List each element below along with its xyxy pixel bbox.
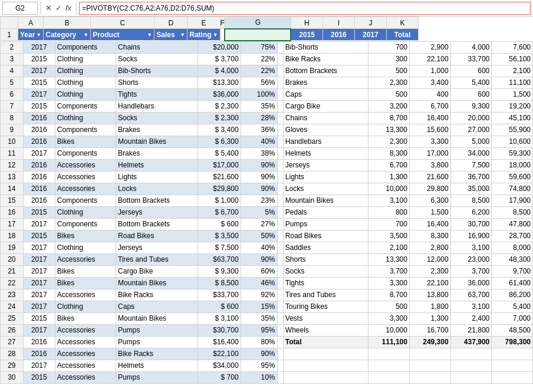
cell-data[interactable]: Components bbox=[55, 100, 116, 112]
cell-data[interactable]: Brakes bbox=[116, 124, 198, 136]
cell-data[interactable]: 50% bbox=[241, 230, 277, 242]
cell-data[interactable]: 90% bbox=[241, 348, 277, 360]
cell-data[interactable]: 40% bbox=[241, 136, 277, 147]
cell-data[interactable]: 60% bbox=[241, 265, 277, 277]
cell-data[interactable]: Accessories bbox=[55, 289, 116, 301]
cell-data[interactable]: Jerseys bbox=[116, 242, 198, 253]
cell-data[interactable]: 2016 bbox=[23, 171, 55, 183]
col-sales-header[interactable]: Sales ▼ bbox=[154, 29, 187, 41]
cell-data[interactable]: 2015 bbox=[23, 77, 55, 88]
cell-data[interactable]: 2015 bbox=[23, 206, 55, 218]
cell-data[interactable]: 5% bbox=[241, 206, 277, 218]
cell-data[interactable]: Accessories bbox=[55, 348, 116, 360]
cell-data[interactable]: 27% bbox=[241, 218, 277, 230]
cell-data[interactable]: Accessories bbox=[55, 324, 116, 336]
cell-data[interactable]: Jerseys bbox=[116, 206, 198, 218]
cell-data[interactable]: $ 6,300 bbox=[198, 136, 241, 147]
cell-data[interactable]: $ 700 bbox=[198, 371, 241, 383]
col-d-header[interactable]: D bbox=[154, 17, 187, 29]
cell-data[interactable]: $ 9,300 bbox=[198, 265, 241, 277]
cell-data[interactable]: $34,000 bbox=[198, 360, 241, 371]
cell-data[interactable]: 2017 bbox=[23, 360, 55, 371]
cell-data[interactable]: Mountain Bikes bbox=[116, 312, 198, 324]
cell-data[interactable]: 95% bbox=[241, 360, 277, 371]
col-b-header[interactable]: B bbox=[44, 17, 91, 29]
cell-data[interactable]: 56% bbox=[241, 77, 277, 88]
cell-data[interactable]: Components bbox=[55, 195, 116, 206]
cell-data[interactable]: 90% bbox=[241, 183, 277, 195]
product-filter-icon[interactable]: ▼ bbox=[147, 32, 152, 38]
cell-data[interactable]: Chains bbox=[116, 41, 198, 53]
col-rating-header[interactable]: Rating ▼ bbox=[187, 29, 220, 41]
cell-data[interactable]: 2016 bbox=[23, 136, 55, 147]
cell-data[interactable]: 2017 bbox=[23, 265, 55, 277]
cell-data[interactable]: 100% bbox=[241, 88, 277, 100]
cell-data[interactable]: Components bbox=[55, 41, 116, 53]
cell-data[interactable]: 40% bbox=[241, 242, 277, 253]
col-product-header[interactable]: Product ▼ bbox=[91, 29, 154, 41]
name-box[interactable] bbox=[2, 2, 38, 15]
col-f-header[interactable]: F bbox=[220, 17, 225, 29]
cell-data[interactable]: 2015 bbox=[23, 230, 55, 242]
cell-data[interactable]: 80% bbox=[241, 336, 277, 348]
cell-data[interactable]: Bikes bbox=[55, 312, 116, 324]
col-category-header[interactable]: Category ▼ bbox=[44, 29, 91, 41]
col-c-header[interactable]: C bbox=[91, 17, 154, 29]
cell-data[interactable]: Helmets bbox=[116, 360, 198, 371]
cell-data[interactable]: Clothing bbox=[55, 242, 116, 253]
cell-data[interactable]: Mountain Bikes bbox=[116, 136, 198, 147]
cell-data[interactable]: Clothing bbox=[55, 206, 116, 218]
cell-data[interactable]: Handlebars bbox=[116, 100, 198, 112]
cell-data[interactable]: 22% bbox=[241, 65, 277, 77]
cell-data[interactable]: 38% bbox=[241, 147, 277, 159]
cell-data[interactable]: Lights bbox=[116, 171, 198, 183]
confirm-icon[interactable]: ✓ bbox=[55, 4, 62, 12]
cell-data[interactable]: Bikes bbox=[55, 136, 116, 147]
cell-data[interactable]: Mountain Bikes bbox=[116, 277, 198, 289]
cell-data[interactable]: $ 1,000 bbox=[198, 195, 241, 206]
cell-data[interactable]: 2017 bbox=[23, 218, 55, 230]
formula-input[interactable] bbox=[79, 2, 531, 15]
cell-data[interactable]: Clothing bbox=[55, 53, 116, 65]
cell-data[interactable]: Accessories bbox=[55, 171, 116, 183]
cell-data[interactable]: Components bbox=[55, 124, 116, 136]
col-k-header[interactable]: K bbox=[386, 17, 418, 29]
cell-data[interactable]: $ 2,300 bbox=[198, 100, 241, 112]
cell-data[interactable]: Socks bbox=[116, 112, 198, 124]
category-filter-icon[interactable]: ▼ bbox=[83, 32, 88, 38]
cell-data[interactable]: $ 2,300 bbox=[198, 112, 241, 124]
cell-data[interactable]: $ 600 bbox=[198, 218, 241, 230]
cell-data[interactable]: 2017 bbox=[23, 301, 55, 312]
cell-data[interactable]: $13,300 bbox=[198, 77, 241, 88]
cell-data[interactable]: 2016 bbox=[23, 348, 55, 360]
cell-g1[interactable] bbox=[225, 29, 291, 41]
cell-data[interactable]: $29,800 bbox=[198, 183, 241, 195]
cell-data[interactable]: $ 3,500 bbox=[198, 230, 241, 242]
cell-data[interactable]: Clothing bbox=[55, 301, 116, 312]
cell-data[interactable]: Bikes bbox=[55, 277, 116, 289]
cell-data[interactable]: 92% bbox=[241, 289, 277, 301]
cell-data[interactable]: Brakes bbox=[116, 147, 198, 159]
cell-data[interactable]: Bib-Shorts bbox=[116, 65, 198, 77]
cell-data[interactable]: 15% bbox=[241, 301, 277, 312]
cell-data[interactable]: 2015 bbox=[23, 371, 55, 383]
cell-data[interactable]: Accessories bbox=[55, 371, 116, 383]
cell-data[interactable]: 90% bbox=[241, 159, 277, 171]
cell-data[interactable]: $22,100 bbox=[198, 348, 241, 360]
cell-data[interactable]: 2015 bbox=[23, 53, 55, 65]
cell-data[interactable]: $21,600 bbox=[198, 171, 241, 183]
cell-data[interactable]: 46% bbox=[241, 277, 277, 289]
rating-filter-icon[interactable]: ▼ bbox=[213, 32, 218, 38]
cell-data[interactable]: $ 5,400 bbox=[198, 147, 241, 159]
cell-data[interactable]: 2017 bbox=[23, 289, 55, 301]
cell-data[interactable]: $ 8,500 bbox=[198, 277, 241, 289]
col-j-header[interactable]: J bbox=[354, 17, 386, 29]
cell-data[interactable]: Accessories bbox=[55, 183, 116, 195]
cell-data[interactable]: Shorts bbox=[116, 77, 198, 88]
cell-data[interactable]: 2017 bbox=[23, 147, 55, 159]
cell-data[interactable]: 22% bbox=[241, 53, 277, 65]
cell-data[interactable]: Socks bbox=[116, 53, 198, 65]
cell-data[interactable]: 2017 bbox=[23, 88, 55, 100]
cell-data[interactable]: 2017 bbox=[23, 242, 55, 253]
cell-data[interactable]: 2016 bbox=[23, 336, 55, 348]
